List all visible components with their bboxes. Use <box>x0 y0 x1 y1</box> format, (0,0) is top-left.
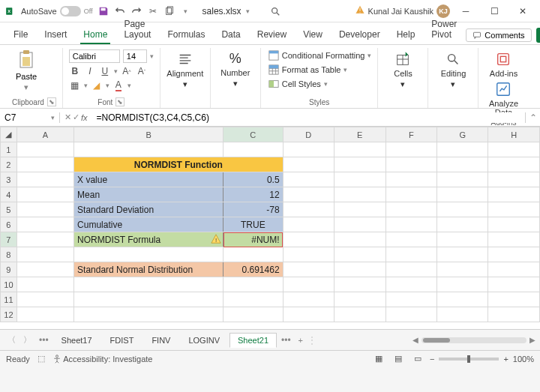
comments-button[interactable]: Comments <box>466 28 531 42</box>
row-header-7[interactable]: 7 <box>1 232 17 247</box>
tab-view[interactable]: View <box>296 26 330 44</box>
namebox-dropdown-icon[interactable]: ▾ <box>51 114 55 121</box>
normal-view-icon[interactable]: ▦ <box>371 353 386 365</box>
sheet-nav-next-icon[interactable]: 〉 <box>20 334 34 346</box>
maximize-icon[interactable]: ☐ <box>482 0 507 22</box>
font-launcher-icon[interactable]: ⬊ <box>116 97 124 106</box>
filename-dropdown-icon[interactable]: ▾ <box>246 7 250 15</box>
expand-formula-icon[interactable]: ⌃ <box>525 112 540 123</box>
new-sheet-icon[interactable]: + <box>296 336 306 345</box>
sheet-overflow-right-icon[interactable]: ••• <box>278 335 294 346</box>
row-header-12[interactable]: 12 <box>1 307 17 322</box>
sheet-overflow-left-icon[interactable]: ••• <box>36 335 52 346</box>
row-header-2[interactable]: 2 <box>1 157 17 172</box>
tab-insert[interactable]: Insert <box>37 26 74 44</box>
analyze-button[interactable]: Analyze Data <box>484 78 522 117</box>
underline-icon[interactable]: U <box>99 65 111 77</box>
row-header-3[interactable]: 3 <box>1 172 17 187</box>
tab-formulas[interactable]: Formulas <box>160 26 212 44</box>
cell-B6[interactable]: Cumulative <box>74 217 224 232</box>
tab-review[interactable]: Review <box>250 26 294 44</box>
sheet-tab-loginv[interactable]: LOGINV <box>180 333 228 348</box>
col-header-H[interactable]: H <box>488 127 540 142</box>
zoom-out-icon[interactable]: − <box>430 355 434 364</box>
alignment-button[interactable]: Alignment ▾ <box>166 48 204 89</box>
sheet-tab-sheet21[interactable]: Sheet21 <box>230 333 277 348</box>
horizontal-scrollbar[interactable]: ◀ ▶ <box>412 336 536 344</box>
sheet-tab-sheet17[interactable]: Sheet17 <box>53 333 100 348</box>
qat-dropdown-icon[interactable]: ▾ <box>180 5 192 17</box>
editing-button[interactable]: Editing ▾ <box>434 48 472 89</box>
cell-C3[interactable]: 0.5 <box>224 172 283 187</box>
spreadsheet-grid[interactable]: ◢ A B C D E F G H 1 2NORMDIST Function 3… <box>0 127 540 329</box>
save-icon[interactable] <box>98 5 110 17</box>
format-as-table-button[interactable]: Format as Table▾ <box>268 64 372 76</box>
row-header-8[interactable]: 8 <box>1 247 17 262</box>
font-size-select[interactable] <box>123 49 147 63</box>
row-header-4[interactable]: 4 <box>1 187 17 202</box>
share-button[interactable] <box>536 28 540 43</box>
accessibility-status[interactable]: Accessibility: Investigate <box>52 355 153 364</box>
page-break-view-icon[interactable]: ▭ <box>410 353 425 365</box>
row-header-11[interactable]: 11 <box>1 292 17 307</box>
scroll-thumb[interactable] <box>423 338 450 343</box>
tab-help[interactable]: Help <box>389 26 423 44</box>
row-header-6[interactable]: 6 <box>1 217 17 232</box>
macro-record-icon[interactable]: ⬚ <box>38 354 45 364</box>
row-header-10[interactable]: 10 <box>1 277 17 292</box>
scroll-left-icon[interactable]: ◀ <box>412 336 418 344</box>
copy-icon[interactable] <box>164 5 176 17</box>
cells-button[interactable]: Cells ▾ <box>384 48 422 89</box>
close-icon[interactable]: ✕ <box>510 0 536 22</box>
cell-C4[interactable]: 12 <box>224 187 283 202</box>
formula-input[interactable] <box>92 112 525 123</box>
page-layout-view-icon[interactable]: ▤ <box>391 353 406 365</box>
row-header-1[interactable]: 1 <box>1 142 17 157</box>
cell-C6[interactable]: TRUE <box>224 217 283 232</box>
cell-B9[interactable]: Standard Normal Distribution <box>74 262 224 277</box>
sheet-nav-prev-icon[interactable]: 〈 <box>4 334 19 346</box>
zoom-slider[interactable] <box>439 358 499 361</box>
paste-button[interactable]: Paste ▾ <box>12 49 40 92</box>
error-warning-icon[interactable]: ! <box>211 234 221 247</box>
tab-developer[interactable]: Developer <box>332 26 388 44</box>
font-color-icon[interactable]: A <box>112 79 124 91</box>
col-header-B[interactable]: B <box>74 127 224 142</box>
fill-color-icon[interactable]: ◢ <box>91 79 103 91</box>
cell-header-title[interactable]: NORMDIST Function <box>74 157 284 172</box>
fx-icon[interactable]: fx <box>81 113 88 122</box>
cell-B3[interactable]: X value <box>74 172 224 187</box>
sheet-tab-fdist[interactable]: FDIST <box>102 333 142 348</box>
tab-home[interactable]: Home <box>76 26 115 44</box>
conditional-formatting-button[interactable]: Conditional Formatting▾ <box>268 49 372 61</box>
col-header-C[interactable]: C <box>224 127 283 142</box>
cell-C5[interactable]: -78 <box>224 202 283 217</box>
cell-C9[interactable]: 0.691462 <box>224 262 283 277</box>
cell-styles-button[interactable]: Cell Styles▾ <box>268 78 372 90</box>
toggle-switch[interactable] <box>60 6 81 16</box>
sheet-tab-finv[interactable]: FINV <box>143 333 178 348</box>
addins-button[interactable]: Add-ins <box>484 48 522 78</box>
font-name-select[interactable] <box>69 49 120 63</box>
tab-page-layout[interactable]: Page Layout <box>116 16 158 44</box>
row-header-9[interactable]: 9 <box>1 262 17 277</box>
col-header-G[interactable]: G <box>436 127 488 142</box>
paste-dropdown-icon[interactable]: ▾ <box>24 82 28 92</box>
search-icon[interactable] <box>269 5 281 17</box>
decrease-font-icon[interactable]: Aˇ <box>136 65 148 77</box>
scroll-right-icon[interactable]: ▶ <box>530 336 536 344</box>
col-header-E[interactable]: E <box>334 127 386 142</box>
number-button[interactable]: % Number ▾ <box>217 48 254 88</box>
italic-icon[interactable]: I <box>84 65 96 77</box>
col-header-A[interactable]: A <box>16 127 74 142</box>
tab-power-pivot[interactable]: Power Pivot <box>424 16 464 44</box>
cell-B4[interactable]: Mean <box>74 187 224 202</box>
autosave-toggle[interactable]: AutoSave Off <box>21 6 93 16</box>
enter-formula-icon[interactable]: ✓ <box>73 112 80 122</box>
cell-B7[interactable]: NORMDIST Formula ! <box>74 232 224 247</box>
col-header-F[interactable]: F <box>386 127 436 142</box>
scroll-track[interactable] <box>422 337 526 343</box>
cancel-formula-icon[interactable]: ✕ <box>64 112 71 122</box>
tab-file[interactable]: File <box>6 26 35 44</box>
select-all-corner[interactable]: ◢ <box>1 127 17 142</box>
